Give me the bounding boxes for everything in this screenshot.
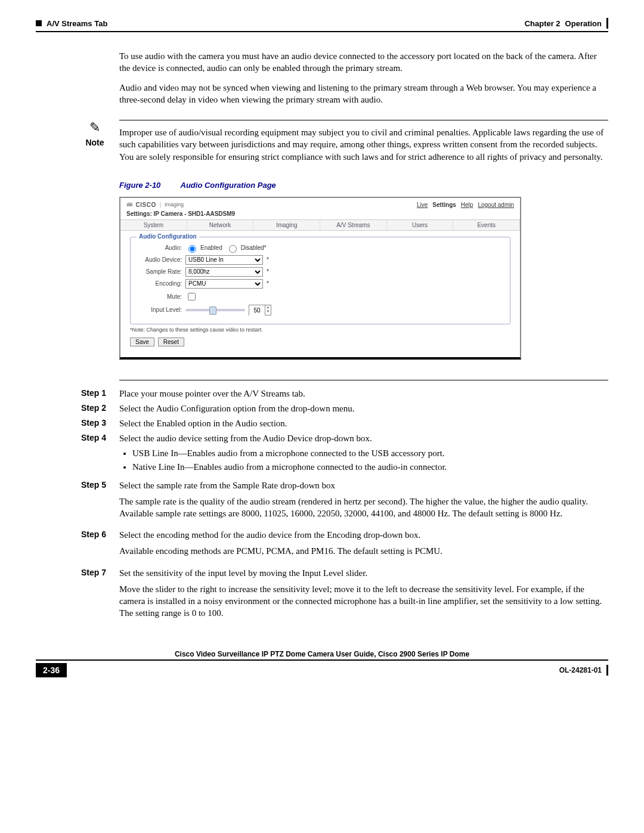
page-number-badge: 2-36 <box>36 663 67 677</box>
cisco-logo: ıılıılı CISCO | Imaging <box>126 202 184 208</box>
running-header: A/V Streams Tab Chapter 2 Operation <box>36 18 608 29</box>
step-5-text: Select the sample rate from the Sample R… <box>119 479 608 492</box>
audio-device-label: Audio Device: <box>137 256 182 263</box>
settings-tabs: System Network Imaging A/V Streams Users… <box>120 219 520 231</box>
input-level-slider[interactable] <box>185 309 245 311</box>
nav-live[interactable]: Live <box>417 202 428 208</box>
figure-number: Figure 2-10 <box>119 181 160 190</box>
figure-title: Audio Configuration Page <box>181 181 276 190</box>
step-4-bullet-1: USB Line In—Enables audio from a microph… <box>132 447 608 460</box>
nav-settings[interactable]: Settings <box>432 202 456 208</box>
save-button[interactable]: Save <box>130 337 154 346</box>
tab-av-streams[interactable]: A/V Streams <box>320 220 387 230</box>
intro-paragraph-2: Audio and video may not be synced when v… <box>119 82 608 106</box>
step-5-extra: The sample rate is the quality of the au… <box>119 496 608 520</box>
figure-caption: Figure 2-10 Audio Configuration Page <box>119 181 608 190</box>
step-4-text: Select the audio device setting from the… <box>119 432 608 445</box>
step-6-text: Select the encoding method for the audio… <box>119 529 608 541</box>
step-4-label: Step 4 <box>81 432 109 477</box>
audio-config-screenshot: ıılıılı CISCO | Imaging Live Settings He… <box>119 197 521 360</box>
reset-button[interactable]: Reset <box>158 337 184 346</box>
audio-device-select[interactable]: USB0 Line In <box>185 255 263 265</box>
header-chapter: Chapter 2 <box>525 19 561 28</box>
audio-label: Audio: <box>137 244 182 251</box>
audio-config-panel: Audio Configuration Audio: Enabled Disab… <box>130 237 510 324</box>
header-section: A/V Streams Tab <box>47 19 107 28</box>
input-level-spinner[interactable]: ▲▼ <box>249 305 271 315</box>
pencil-icon: ✎ <box>89 120 100 135</box>
top-nav: Live Settings Help Logout admin <box>417 202 514 208</box>
step-7-label: Step 7 <box>81 567 109 627</box>
footer-bar-icon <box>606 665 608 676</box>
settings-breadcrumb: Settings: IP Camera - SHD1-AASDSM9 <box>120 209 520 219</box>
tab-network[interactable]: Network <box>187 220 254 230</box>
nav-help[interactable]: Help <box>461 202 473 208</box>
step-2-label: Step 2 <box>81 402 109 415</box>
panel-title: Audio Configuration <box>137 233 199 240</box>
step-3-label: Step 3 <box>81 417 109 430</box>
step-3-text: Select the Enabled option in the Audio s… <box>119 417 608 430</box>
tab-events[interactable]: Events <box>453 220 520 230</box>
header-square-icon <box>36 20 42 26</box>
header-rule <box>36 31 608 32</box>
footer-book-title: Cisco Video Surveillance IP PTZ Dome Cam… <box>36 650 608 661</box>
note-text: Improper use of audio/visual recording e… <box>119 120 608 163</box>
step-4-bullet-2: Native Line In—Enables audio from a micr… <box>132 461 608 473</box>
audio-disabled-radio[interactable] <box>229 245 237 253</box>
step-5-label: Step 5 <box>81 479 109 527</box>
note-label: Note <box>85 138 104 147</box>
note-block: ✎ Note Improper use of audio/visual reco… <box>81 120 608 163</box>
step-6-extra: Available encoding methods are PCMU, PCM… <box>119 545 608 557</box>
restart-note: *Note: Changes to these settings cause v… <box>130 327 510 333</box>
step-6-label: Step 6 <box>81 529 109 564</box>
mute-checkbox[interactable] <box>188 293 196 301</box>
steps-list: Step 1 Place your mouse pointer over the… <box>81 388 608 627</box>
tab-imaging[interactable]: Imaging <box>253 220 320 230</box>
header-bar-icon <box>606 18 608 29</box>
mute-label: Mute: <box>137 293 182 300</box>
step-2-text: Select the Audio Configuration option fr… <box>119 402 608 415</box>
header-title: Operation <box>565 19 602 28</box>
page-footer: Cisco Video Surveillance IP PTZ Dome Cam… <box>36 650 608 677</box>
steps-divider <box>119 380 608 380</box>
step-7-extra: Move the slider to the right to increase… <box>119 583 608 620</box>
audio-enabled-radio[interactable] <box>188 245 196 253</box>
encoding-label: Encoding: <box>137 280 182 287</box>
nav-logout[interactable]: Logout admin <box>478 202 514 208</box>
sample-rate-label: Sample Rate: <box>137 268 182 275</box>
step-1-label: Step 1 <box>81 388 109 400</box>
encoding-select[interactable]: PCMU <box>185 279 263 289</box>
step-1-text: Place your mouse pointer over the A/V St… <box>119 388 608 400</box>
doc-id: OL-24281-01 <box>559 666 602 674</box>
input-level-label: Input Level: <box>137 306 182 313</box>
sample-rate-select[interactable]: 8,000hz <box>185 267 263 277</box>
intro-paragraph-1: To use audio with the camera you must ha… <box>119 50 608 75</box>
tab-users[interactable]: Users <box>387 220 454 230</box>
tab-system[interactable]: System <box>120 220 187 230</box>
step-7-text: Set the sensitivity of the input level b… <box>119 567 608 580</box>
